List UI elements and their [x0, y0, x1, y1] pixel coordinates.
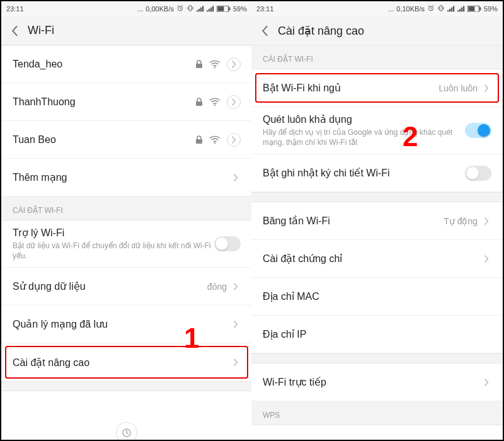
scanning-label: Quét luôn khả dụng — [263, 113, 465, 125]
back-button[interactable] — [258, 24, 272, 38]
title-bar: Cài đặt nâng cao — [251, 16, 503, 45]
wifi-direct-row[interactable]: Wi-Fi trực tiếp — [251, 364, 503, 401]
svg-rect-5 — [196, 64, 202, 68]
section-gap — [1, 381, 252, 391]
install-certs-row[interactable]: Cài đặt chứng chỉ — [251, 240, 503, 278]
alarm-icon — [176, 4, 184, 13]
status-bar: 23:11 ... 0,00KB/s 59% — [1, 1, 252, 16]
wifi-icon — [209, 135, 220, 144]
battery-icon — [217, 6, 231, 12]
svg-rect-4 — [229, 8, 230, 11]
wifi-band-label: Băng tần Wi-Fi — [263, 215, 444, 227]
signal-icon — [207, 6, 214, 12]
chevron-right-icon — [231, 319, 241, 329]
chevron-right-icon[interactable] — [227, 57, 241, 71]
chevron-right-icon — [481, 254, 491, 264]
ip-address-label: Địa chỉ IP — [263, 328, 491, 340]
section-gap — [251, 353, 503, 364]
wifi-assistant-row[interactable]: Trợ lý Wi-Fi Bật dữ liệu và Wi-Fi để chu… — [1, 220, 252, 268]
svg-rect-15 — [468, 6, 474, 11]
wifi-network-name: Tenda_heo — [13, 59, 195, 70]
section-header: CÀI ĐẶT WI-FI — [251, 45, 503, 69]
refresh-button[interactable] — [116, 422, 137, 440]
lock-icon — [195, 60, 203, 69]
wifi-network-row[interactable]: Tenda_heo — [1, 45, 252, 83]
status-net: 0,00KB/s — [146, 5, 174, 13]
vibrate-icon — [186, 4, 194, 13]
data-usage-label: Sử dụng dữ liệu — [13, 280, 207, 292]
status-bar: 23:11 ... 0,10KB/s 59% — [251, 1, 503, 16]
battery-icon — [467, 6, 481, 12]
page-title: Wi-Fi — [28, 24, 54, 37]
wifi-network-name: Tuan Beo — [13, 134, 195, 146]
chevron-right-icon — [481, 377, 491, 387]
advanced-settings-row[interactable]: Cài đặt nâng cao — [1, 343, 252, 381]
status-time: 23:11 — [256, 5, 274, 13]
chevron-right-icon[interactable] — [227, 95, 241, 109]
wifi-direct-label: Wi-Fi trực tiếp — [263, 376, 481, 388]
svg-rect-9 — [196, 139, 202, 144]
mac-address-label: Địa chỉ MAC — [263, 290, 491, 302]
chevron-right-icon — [481, 216, 491, 226]
mac-address-row: Địa chỉ MAC — [251, 278, 503, 316]
wifi-sleep-row[interactable]: Bật Wi-Fi khi ngủ Luôn luôn — [251, 69, 503, 107]
wifi-sleep-value: Luôn luôn — [438, 83, 478, 93]
svg-rect-3 — [217, 6, 224, 11]
svg-rect-7 — [196, 101, 202, 106]
svg-point-6 — [214, 67, 215, 68]
section-gap — [251, 192, 503, 202]
ip-address-row: Địa chỉ IP — [251, 316, 503, 353]
add-network-label: Thêm mạng — [13, 171, 231, 183]
back-button[interactable] — [8, 24, 21, 38]
chevron-right-icon — [231, 357, 241, 367]
section-header: CÀI ĐẶT WI-FI — [1, 197, 252, 220]
toggle[interactable] — [465, 166, 491, 181]
wifi-band-row[interactable]: Băng tần Wi-Fi Tự động — [251, 202, 503, 240]
status-net: 0,10KB/s — [396, 5, 425, 13]
wifi-network-row[interactable]: ThanhThuong — [1, 83, 252, 121]
svg-rect-13 — [440, 6, 442, 11]
signal-icon — [197, 6, 204, 12]
data-usage-value: đóng — [207, 282, 227, 292]
wifi-sleep-label: Bật Wi-Fi khi ngủ — [263, 82, 438, 94]
svg-rect-16 — [479, 8, 481, 11]
data-usage-row[interactable]: Sử dụng dữ liệu đóng — [1, 268, 252, 306]
signal-icon — [457, 6, 465, 12]
lock-icon — [195, 98, 203, 106]
scanning-row[interactable]: Quét luôn khả dụng Hãy để dịch vụ vị trí… — [251, 107, 503, 154]
page-title: Cài đặt nâng cao — [278, 24, 364, 38]
scanning-sub: Hãy để dịch vụ vị trí của Google và ứng … — [263, 127, 465, 147]
wifi-icon — [209, 60, 220, 69]
right-screen: 23:11 ... 0,10KB/s 59% Cài đặt nâng cao … — [251, 1, 503, 440]
chevron-right-icon — [481, 83, 491, 93]
svg-point-8 — [214, 104, 215, 105]
title-bar: Wi-Fi — [1, 16, 252, 45]
left-screen: 23:11 ... 0,00KB/s 59% — [1, 1, 253, 440]
signal-icon — [447, 6, 455, 12]
status-battery: 59% — [484, 5, 498, 13]
chevron-right-icon — [231, 173, 241, 183]
chevron-right-icon[interactable] — [227, 133, 241, 147]
wifi-band-value: Tự động — [444, 216, 478, 226]
status-battery: 59% — [233, 5, 247, 13]
wifi-assistant-sub: Bật dữ liệu và Wi-Fi để chuyển đổi dữ li… — [13, 241, 214, 261]
toggle[interactable] — [214, 236, 241, 251]
chevron-right-icon — [231, 282, 241, 292]
toggle[interactable] — [465, 123, 491, 138]
saved-networks-row[interactable]: Quản lý mạng đã lưu — [1, 306, 252, 343]
wifi-network-row[interactable]: Tuan Beo — [1, 121, 252, 159]
wifi-icon — [209, 98, 220, 106]
vibrate-icon — [437, 4, 445, 13]
lock-icon — [195, 135, 203, 144]
section-header: WPS — [251, 401, 503, 425]
wifi-assistant-label: Trợ lý Wi-Fi — [13, 227, 214, 239]
svg-rect-1 — [189, 6, 192, 11]
verbose-log-label: Bật ghi nhật ký chi tiết Wi-Fi — [263, 167, 465, 179]
status-time: 23:11 — [6, 5, 24, 13]
saved-networks-label: Quản lý mạng đã lưu — [13, 318, 231, 330]
alarm-icon — [427, 4, 435, 13]
verbose-log-row[interactable]: Bật ghi nhật ký chi tiết Wi-Fi — [251, 154, 503, 192]
add-network-row[interactable]: Thêm mạng — [1, 159, 252, 197]
wifi-network-name: ThanhThuong — [13, 96, 195, 108]
svg-point-10 — [214, 142, 215, 143]
